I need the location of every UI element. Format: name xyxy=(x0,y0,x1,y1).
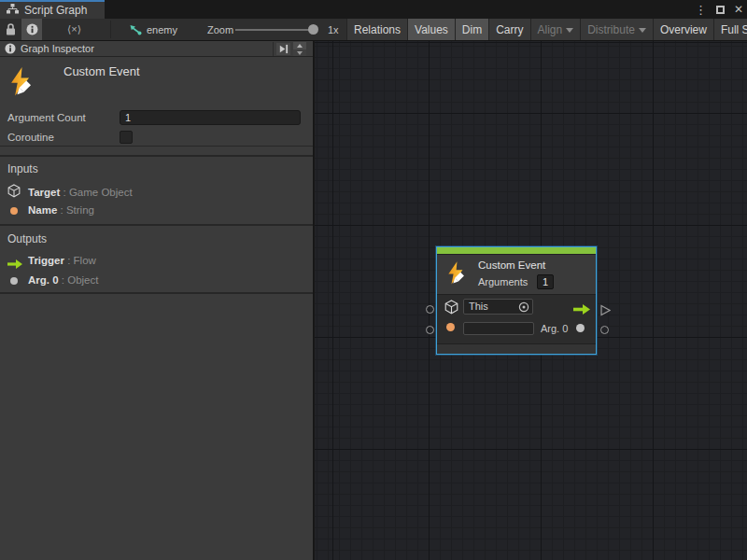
distribute-dropdown[interactable]: Distribute xyxy=(580,19,653,40)
overview-button[interactable]: Overview xyxy=(653,19,713,40)
carry-button[interactable]: Carry xyxy=(488,19,529,40)
values-button[interactable]: Values xyxy=(407,19,455,40)
panel-spinner[interactable] xyxy=(293,42,306,56)
spinner-down-icon[interactable] xyxy=(293,49,306,56)
zoom-value: 1x xyxy=(328,19,339,40)
align-dropdown[interactable]: Align xyxy=(530,19,581,40)
graph-inspector-header: Graph Inspector xyxy=(0,41,313,57)
name-input-port[interactable] xyxy=(446,323,455,331)
argument-count-label: Argument Count xyxy=(7,112,86,123)
zoom-label: Zoom xyxy=(207,19,233,40)
coroutine-label: Coroutine xyxy=(7,132,54,143)
node-header[interactable]: Custom Event Arguments 1 xyxy=(437,255,596,295)
window-close-icon[interactable]: ✕ xyxy=(734,4,743,15)
game-object-cube-icon xyxy=(7,184,21,202)
info-icon xyxy=(26,23,38,35)
tab-script-graph[interactable]: Script Graph xyxy=(0,0,105,19)
chevron-down-icon xyxy=(566,28,573,33)
node-footer xyxy=(437,343,596,354)
arg0-external-port[interactable] xyxy=(600,326,609,334)
zoom-slider-track[interactable] xyxy=(235,29,314,31)
graph-name: enemy xyxy=(147,24,177,35)
outputs-section-title: Outputs xyxy=(7,232,47,245)
zoom-slider-handle[interactable] xyxy=(308,24,318,35)
argument-count-input[interactable]: 1 xyxy=(120,110,301,125)
graph-inspector-panel: Graph Inspector Custom Event Argument Co… xyxy=(0,41,314,560)
coroutine-checkbox[interactable] xyxy=(120,131,133,144)
input-row-name: Name : String xyxy=(28,204,94,216)
node-arguments-label: Arguments xyxy=(478,276,528,287)
code-view-icon[interactable]: ⟨×⟩ xyxy=(67,19,81,40)
node-arg0-label: Arg. 0 xyxy=(541,323,568,334)
toolbar-buttons: Relations Values Dim Carry Align Distrib… xyxy=(346,19,747,40)
graph-hierarchy-icon xyxy=(7,4,19,17)
tab-bar: Script Graph ⋮ ✕ xyxy=(0,0,747,19)
event-title: Custom Event xyxy=(63,64,140,78)
window-menu-icon[interactable]: ⋮ xyxy=(695,4,707,16)
full-screen-button[interactable]: Full Screen xyxy=(713,19,747,40)
tab-title: Script Graph xyxy=(24,4,87,17)
inspector-toggle-button[interactable] xyxy=(21,19,42,40)
arg0-output-port[interactable] xyxy=(576,324,585,332)
output-row-arg0: Arg. 0 : Object xyxy=(28,274,98,286)
object-port-dot-icon xyxy=(10,277,18,285)
relations-button[interactable]: Relations xyxy=(346,19,407,40)
name-external-port[interactable] xyxy=(426,326,434,334)
info-icon xyxy=(5,43,16,54)
custom-event-icon xyxy=(8,67,35,100)
custom-event-icon xyxy=(446,261,467,288)
output-row-trigger: Trigger : Flow xyxy=(28,255,96,266)
graph-toolbar: ⟨×⟩ enemy Zoom 1x Relations Values Dim C… xyxy=(0,19,747,41)
target-external-port[interactable] xyxy=(426,305,434,314)
node-accent-bar xyxy=(437,247,596,255)
graph-reference[interactable]: enemy xyxy=(129,19,177,40)
game-object-cube-icon xyxy=(444,300,458,318)
string-port-dot-icon xyxy=(10,207,18,215)
flow-arrow-icon xyxy=(7,256,22,273)
custom-event-node[interactable]: Custom Event Arguments 1 This xyxy=(436,246,597,355)
trigger-flow-arrow-icon[interactable] xyxy=(573,301,590,318)
node-title: Custom Event xyxy=(478,259,545,271)
input-row-target: Target : Game Object xyxy=(28,187,133,198)
target-object-dropdown[interactable]: This xyxy=(463,299,533,315)
name-input-field[interactable] xyxy=(463,322,534,335)
inputs-section-title: Inputs xyxy=(7,162,38,175)
node-body: This Arg. 0 xyxy=(437,295,596,343)
window-maximize-icon[interactable] xyxy=(716,6,725,14)
dock-panel-icon[interactable] xyxy=(276,43,290,55)
lock-icon[interactable] xyxy=(6,19,16,40)
dim-button[interactable]: Dim xyxy=(455,19,488,40)
trigger-external-port[interactable] xyxy=(600,303,611,320)
inspector-title: Graph Inspector xyxy=(21,43,94,54)
script-graph-asset-icon xyxy=(129,24,142,35)
chevron-down-icon xyxy=(639,28,646,33)
object-picker-icon[interactable] xyxy=(518,301,529,316)
spinner-up-icon[interactable] xyxy=(293,42,306,49)
node-arguments-stepper[interactable]: 1 xyxy=(537,274,554,289)
